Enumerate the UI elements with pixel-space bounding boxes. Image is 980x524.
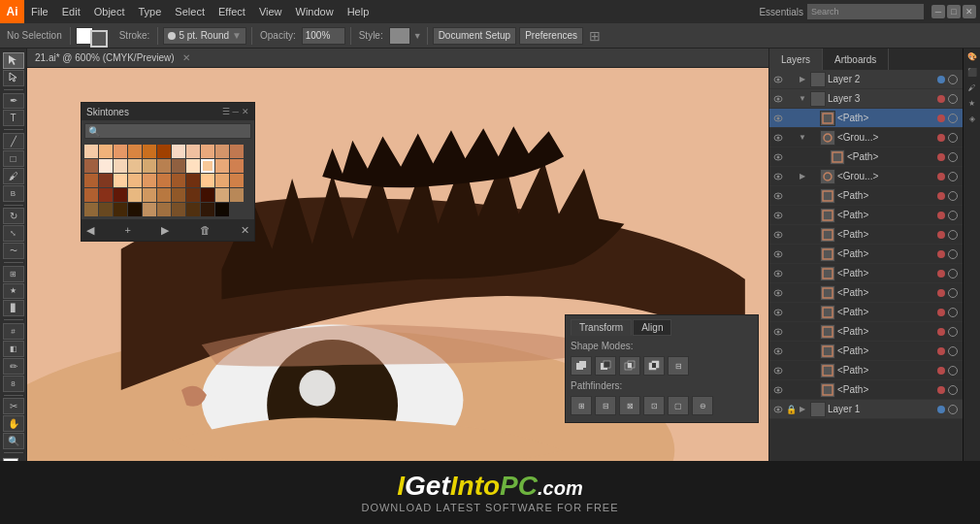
menu-type[interactable]: Type xyxy=(132,0,169,23)
layer-visibility-icon[interactable] xyxy=(771,247,785,261)
color-swatch[interactable] xyxy=(215,145,229,158)
layer-lock-icon[interactable] xyxy=(785,189,797,203)
rotate-tool[interactable]: ↻ xyxy=(3,208,24,224)
color-swatch[interactable] xyxy=(99,203,113,216)
color-swatch[interactable] xyxy=(172,203,185,216)
layer-target-btn[interactable] xyxy=(948,249,958,259)
color-swatch[interactable] xyxy=(128,188,142,202)
color-swatch[interactable] xyxy=(143,188,156,202)
layer-visibility-icon[interactable] xyxy=(771,112,785,125)
layer-visibility-icon[interactable] xyxy=(771,73,785,86)
layer-visibility-icon[interactable] xyxy=(771,170,785,183)
layer-visibility-icon[interactable] xyxy=(771,189,785,203)
panel-minimize-icon[interactable]: ─ xyxy=(233,107,239,116)
color-swatch[interactable] xyxy=(215,174,229,187)
color-swatch[interactable] xyxy=(114,188,127,202)
layer-target-btn[interactable] xyxy=(948,191,958,201)
symbol-spray-tool[interactable]: ★ xyxy=(3,283,24,300)
layer-lock-icon[interactable] xyxy=(785,170,797,183)
layer-lock-icon[interactable] xyxy=(785,344,797,358)
color-swatch[interactable] xyxy=(157,188,171,202)
panel-delete-btn[interactable]: 🗑 xyxy=(200,224,211,236)
layer-row[interactable]: ▶<Grou...> xyxy=(769,167,963,186)
color-swatch[interactable] xyxy=(128,174,142,187)
close-btn[interactable]: ✕ xyxy=(963,5,976,18)
color-swatch[interactable] xyxy=(99,159,113,173)
text-tool[interactable]: T xyxy=(3,110,24,126)
column-graph-tool[interactable]: ▊ xyxy=(3,300,24,316)
trim-btn[interactable]: ⊟ xyxy=(595,396,616,415)
color-swatch[interactable] xyxy=(99,188,113,202)
layer-lock-icon[interactable] xyxy=(785,383,797,397)
layer-expand-icon[interactable]: ▼ xyxy=(797,94,808,103)
layer-target-btn[interactable] xyxy=(948,327,958,337)
menu-object[interactable]: Object xyxy=(87,0,132,23)
hand-tool[interactable]: ✋ xyxy=(3,415,24,432)
layer-target-btn[interactable] xyxy=(948,94,958,104)
rect-tool[interactable]: □ xyxy=(3,150,24,167)
layer-lock-icon[interactable] xyxy=(785,228,797,242)
brush-tool[interactable]: 🖌 xyxy=(3,168,24,184)
canvas-tab[interactable]: 21.ai* @ 600% (CMYK/Preview) ✕ xyxy=(27,49,768,68)
minus-front-btn[interactable] xyxy=(595,356,616,376)
layer-lock-icon[interactable] xyxy=(785,92,797,106)
layer-lock-icon[interactable] xyxy=(785,73,797,86)
minus-back-btn[interactable]: ⊖ xyxy=(692,396,713,415)
layer-visibility-icon[interactable] xyxy=(771,209,785,222)
color-swatch[interactable] xyxy=(84,145,98,158)
layer-target-btn[interactable] xyxy=(948,152,958,162)
layer-expand-icon[interactable]: ▶ xyxy=(797,405,808,413)
color-swatch[interactable] xyxy=(215,188,229,202)
color-swatch[interactable] xyxy=(201,188,214,202)
layer-target-btn[interactable] xyxy=(948,211,958,220)
layer-lock-icon[interactable] xyxy=(785,209,797,222)
panel-options-icon[interactable]: ☰ xyxy=(222,107,230,116)
color-swatch[interactable] xyxy=(114,203,127,216)
panel-next-btn[interactable]: ▶ xyxy=(161,224,169,237)
color-swatch[interactable] xyxy=(201,203,214,216)
layer-visibility-icon[interactable] xyxy=(771,150,785,164)
outline-btn[interactable]: ▢ xyxy=(668,396,689,415)
layer-target-btn[interactable] xyxy=(948,405,958,414)
color-swatch[interactable] xyxy=(230,188,244,202)
minimize-btn[interactable]: ─ xyxy=(931,5,945,18)
color-swatch[interactable] xyxy=(157,174,171,187)
layer-row[interactable]: <Path> xyxy=(769,303,963,322)
color-swatch[interactable] xyxy=(215,159,229,173)
search-icon[interactable]: Search xyxy=(807,4,924,19)
panel-prev-btn[interactable]: ◀ xyxy=(86,224,94,237)
color-swatch[interactable] xyxy=(186,188,200,202)
layer-row[interactable]: ▶Layer 2 xyxy=(769,70,963,89)
color-swatch[interactable] xyxy=(201,159,214,173)
doc-setup-btn[interactable]: Document Setup xyxy=(433,27,517,45)
prefs-btn[interactable]: Preferences xyxy=(519,27,583,45)
color-swatch[interactable] xyxy=(230,145,244,158)
menu-edit[interactable]: Edit xyxy=(55,0,87,23)
layer-row[interactable]: <Path> xyxy=(769,361,963,380)
free-transform-tool[interactable]: ⊞ xyxy=(3,266,24,282)
layer-row[interactable]: <Path> xyxy=(769,245,963,264)
layer-row[interactable]: 🔒▶Layer 1 xyxy=(769,400,963,419)
layer-expand-icon[interactable]: ▶ xyxy=(797,75,808,83)
color-swatch[interactable] xyxy=(128,203,142,216)
layer-visibility-icon[interactable] xyxy=(771,228,785,242)
color-swatch[interactable] xyxy=(157,159,171,173)
color-swatch[interactable] xyxy=(172,188,185,202)
layer-visibility-icon[interactable] xyxy=(771,131,785,145)
align-tab[interactable]: Align xyxy=(633,319,671,336)
layer-row[interactable]: ▼Layer 3 xyxy=(769,89,963,109)
color-swatch[interactable] xyxy=(230,174,244,187)
brush-selector[interactable]: 5 pt. Round ▼ xyxy=(163,27,246,45)
layer-target-btn[interactable] xyxy=(948,288,958,298)
canvas-close-btn[interactable]: ✕ xyxy=(182,52,190,63)
color-swatch[interactable] xyxy=(143,174,156,187)
line-tool[interactable]: ╱ xyxy=(3,133,24,149)
layer-lock-icon[interactable] xyxy=(785,247,797,261)
layer-lock-icon[interactable] xyxy=(785,325,797,339)
transform-tab[interactable]: Transform xyxy=(571,319,632,336)
color-swatch[interactable] xyxy=(172,174,185,187)
unite-btn[interactable] xyxy=(571,356,592,376)
layer-visibility-icon[interactable] xyxy=(771,383,785,397)
align-icon[interactable]: ⊞ xyxy=(586,28,604,44)
layer-row[interactable]: <Path> xyxy=(769,186,963,206)
